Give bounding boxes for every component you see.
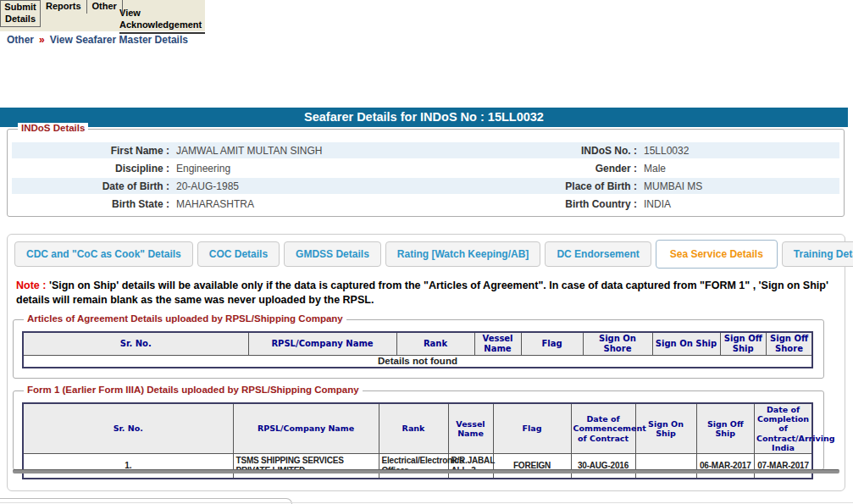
breadcrumb-current: View Seafarer Master Details — [50, 34, 188, 46]
cell-sign-on-ship — [635, 454, 696, 479]
tab[interactable]: CDC and "CoC as Cook" Details — [14, 241, 193, 267]
cell-vessel-name: R/R.JABAL ALI - 3 — [448, 454, 493, 479]
form1-table: Sr. No.RPSL/Company NameRankVessel NameF… — [22, 402, 813, 479]
column-header: Rank — [379, 403, 448, 454]
indos-details-fieldset: INDoS Details First Name : JAMWAL AMIT M… — [7, 129, 845, 217]
field-value: INDIA — [637, 198, 839, 210]
tab[interactable]: Training Details — [782, 241, 853, 267]
column-header: Flag — [493, 403, 571, 454]
cell-rpsl-company-name: TSMS SHIPPING SERVICES PRIVATE LIMITED — [233, 454, 379, 479]
field-value: JAMWAL AMIT MULTAN SINGH — [169, 145, 468, 157]
cell-flag: FOREIGN — [493, 454, 571, 479]
seafarer-details-page: Submit DetailsReportsOther View Acknowle… — [0, 0, 853, 504]
tab[interactable]: Sea Service Details — [656, 240, 778, 269]
tab[interactable]: COC Details — [197, 241, 280, 267]
fieldset-legend: INDoS Details — [18, 123, 88, 133]
field-value: 20-AUG-1985 — [169, 180, 468, 192]
breadcrumb-parent[interactable]: Other — [7, 34, 34, 46]
indos-rows: First Name : JAMWAL AMIT MULTAN SINGH IN… — [12, 142, 839, 213]
field-value: Engineering — [169, 163, 468, 174]
field-label: Discipline : — [12, 163, 169, 174]
column-header: Rank — [396, 332, 474, 355]
cell-date-of-completion: 07-MAR-2017 — [755, 454, 813, 479]
table-header-row: Sr. No.RPSL/Company NameRankVessel NameF… — [23, 332, 812, 355]
menu-dropdown-view-acknowledgement[interactable]: View Acknowledgement — [119, 8, 205, 34]
cell-sr-no: 1. — [23, 454, 233, 479]
tab-panel: CDC and "CoC as Cook" DetailsCOC Details… — [7, 234, 845, 491]
fieldset-legend: Articles of Agreement Details uploaded b… — [24, 313, 346, 324]
column-header: Vessel Name — [474, 332, 521, 355]
column-header: Vessel Name — [448, 403, 493, 454]
column-header: RPSL/Company Name — [248, 332, 396, 355]
tab-bar: CDC and "CoC as Cook" DetailsCOC Details… — [14, 240, 853, 269]
menu-item[interactable]: Other — [87, 0, 123, 14]
form1-details-fieldset: Form 1 (Earlier Form IIIA) Details uploa… — [13, 390, 824, 470]
column-header: Flag — [521, 332, 583, 355]
field-label: First Name : — [12, 145, 169, 157]
column-header: Date of Commencement of Contract — [571, 403, 635, 454]
page-title: Seafarer Details for INDoS No : 15LL0032 — [0, 108, 848, 127]
column-header: Sign Off Ship — [696, 403, 755, 454]
field-value: MAHARASHTRA — [169, 198, 468, 210]
field-label: Birth State : — [12, 198, 169, 210]
note: Note : 'Sign on Ship' details will be av… — [16, 279, 836, 307]
table-header-row: Sr. No.RPSL/Company NameRankVessel NameF… — [23, 403, 812, 454]
table-row: 1. TSMS SHIPPING SERVICES PRIVATE LIMITE… — [23, 454, 812, 479]
articles-of-agreement-fieldset: Articles of Agreement Details uploaded b… — [13, 319, 824, 379]
breadcrumb: Other»View Seafarer Master Details — [7, 34, 188, 46]
field-label: Place of Birth : — [468, 180, 637, 192]
bottom-divider — [0, 502, 853, 503]
indos-row: Birth State : MAHARASHTRA Birth Country … — [12, 196, 839, 212]
column-header: Sr. No. — [23, 403, 233, 454]
field-value: 15LL0032 — [637, 145, 839, 157]
column-header: Sr. No. — [23, 332, 248, 355]
tab[interactable]: GMDSS Details — [284, 241, 381, 267]
field-label: Gender : — [468, 163, 637, 174]
menu-item[interactable]: Reports — [41, 0, 87, 14]
note-label: Note : — [16, 280, 46, 291]
note-text: 'Sign on Ship' details will be available… — [16, 280, 828, 306]
column-header: RPSL/Company Name — [233, 403, 379, 454]
column-header: Sign On Shore — [583, 332, 652, 355]
column-header: Sign Off Ship — [720, 332, 767, 355]
indos-row: Date of Birth : 20-AUG-1985 Place of Bir… — [12, 178, 839, 194]
field-value: Male — [637, 163, 839, 174]
horizontal-scrollbar[interactable] — [13, 469, 839, 474]
cell-date-of-commencement: 30-AUG-2016 — [571, 454, 635, 479]
empty-row: Details not found — [23, 355, 812, 368]
column-header: Sign Off Shore — [767, 332, 813, 355]
indos-row: Discipline : Engineering Gender : Male — [12, 160, 839, 176]
field-label: Date of Birth : — [12, 180, 169, 192]
menu-item[interactable]: Submit Details — [0, 0, 41, 27]
fieldset-legend: Form 1 (Earlier Form IIIA) Details uploa… — [24, 385, 363, 395]
tab[interactable]: DC Endorsement — [545, 241, 651, 267]
breadcrumb-separator: » — [39, 34, 45, 46]
tab[interactable]: Rating [Watch Keeping/AB] — [385, 241, 541, 267]
field-label: Birth Country : — [468, 198, 637, 210]
field-label: INDoS No. : — [468, 145, 637, 157]
field-value: MUMBAI MS — [637, 180, 839, 192]
indos-row: First Name : JAMWAL AMIT MULTAN SINGH IN… — [12, 142, 839, 158]
column-header: Date of Completion of Contract/Arriving … — [755, 403, 813, 454]
column-header: Sign On Ship — [652, 332, 720, 355]
details-not-found-message: Details not found — [23, 355, 812, 368]
cell-rank: Electrical/Electronics Officer — [379, 454, 448, 479]
menu-bar: Submit DetailsReportsOther View Acknowle… — [0, 0, 205, 31]
cell-sign-off-ship: 06-MAR-2017 — [696, 454, 755, 479]
articles-table: Sr. No.RPSL/Company NameRankVessel NameF… — [22, 331, 813, 368]
